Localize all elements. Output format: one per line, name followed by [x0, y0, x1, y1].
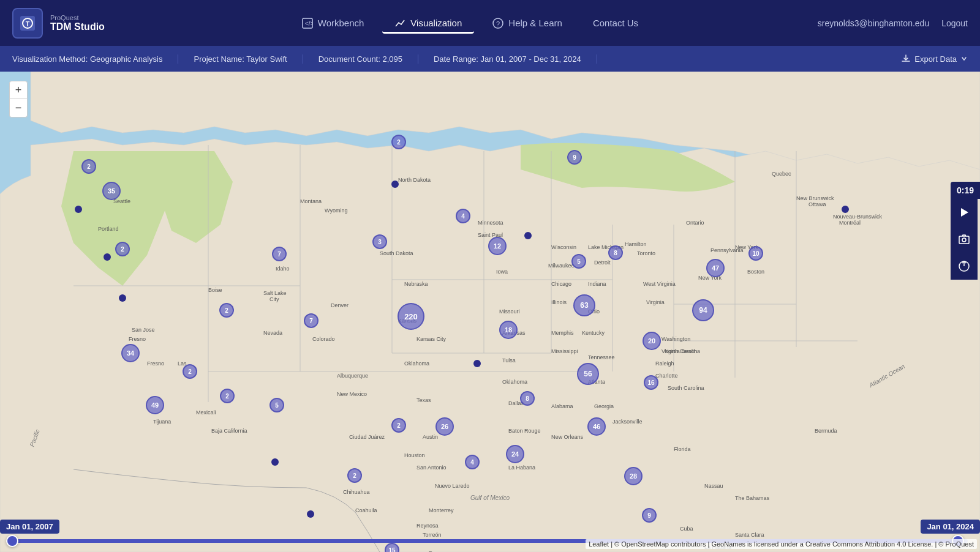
cluster-c7[interactable]: 2	[219, 303, 234, 318]
svg-text:Memphis: Memphis	[551, 330, 574, 336]
playback-controls: 0:19	[951, 182, 980, 280]
dot-d6[interactable]	[473, 360, 481, 367]
svg-text:Ciudad Juárez: Ciudad Juárez	[349, 434, 385, 440]
chart-icon	[394, 18, 405, 29]
date-range: Date Range: Jan 01, 2007 - Dec 31, 2024	[418, 54, 597, 64]
cluster-c34[interactable]: 28	[624, 467, 643, 485]
svg-text:Quebec: Quebec	[772, 171, 791, 177]
cluster-c25[interactable]: 5	[571, 254, 586, 269]
cluster-c3[interactable]: 2	[115, 242, 130, 256]
dot-d8[interactable]	[307, 510, 314, 518]
date-left-label: Jan 01, 2007	[0, 520, 59, 534]
svg-text:Washington: Washington	[662, 336, 690, 342]
screenshot-button[interactable]	[951, 226, 978, 253]
svg-text:City: City	[270, 296, 279, 302]
cluster-c29[interactable]: 8	[608, 245, 623, 260]
cluster-c13[interactable]: 3	[372, 234, 387, 249]
export-button[interactable]: Export Data	[901, 54, 968, 64]
cluster-c24[interactable]: 9	[567, 150, 582, 165]
cluster-c30[interactable]: 20	[643, 332, 661, 350]
svg-text:Illinois: Illinois	[551, 299, 567, 305]
cluster-c11[interactable]: 7	[304, 313, 318, 328]
cluster-c5[interactable]: 49	[146, 396, 164, 414]
cluster-c23[interactable]: 24	[506, 445, 524, 463]
cluster-c10[interactable]: 5	[270, 398, 284, 412]
svg-point-125	[962, 238, 966, 242]
zoom-out-button[interactable]: −	[9, 99, 28, 117]
svg-text:West Virginia: West Virginia	[643, 281, 676, 287]
svg-text:North Dakota: North Dakota	[398, 177, 431, 183]
svg-text:San Jose: San Jose	[132, 327, 155, 333]
map-container[interactable]: Gulf of Mexico Atlantic Ocean Pacific Po…	[0, 72, 980, 552]
dot-d5[interactable]	[524, 232, 532, 239]
user-email: sreynolds3@binghamton.edu	[818, 18, 929, 28]
svg-text:Detroit: Detroit	[594, 259, 611, 266]
cluster-c14[interactable]: 2	[391, 135, 406, 149]
cluster-c1[interactable]: 2	[81, 159, 96, 174]
svg-text:Hamilton: Hamilton	[625, 241, 647, 247]
cluster-c20[interactable]: 12	[488, 237, 507, 255]
attribution: Leaflet | © OpenStreetMap contributors |…	[586, 539, 977, 549]
cluster-c9[interactable]: 2	[220, 389, 235, 403]
dot-d9[interactable]	[842, 206, 849, 213]
svg-text:Seattle: Seattle	[113, 198, 130, 204]
svg-text:Virginia: Virginia	[646, 299, 665, 305]
svg-text:Ontario: Ontario	[686, 220, 704, 226]
share-button[interactable]	[951, 253, 978, 280]
svg-text:Coahuila: Coahuila	[355, 507, 377, 513]
dot-d1[interactable]	[75, 206, 82, 213]
cluster-c21[interactable]: 18	[499, 321, 518, 339]
chevron-down-icon	[960, 55, 968, 62]
svg-text:Austin: Austin	[423, 434, 438, 440]
cluster-c33[interactable]: 94	[692, 299, 714, 321]
svg-text:Albuquerque: Albuquerque	[337, 373, 368, 379]
map-background: Gulf of Mexico Atlantic Ocean Pacific Po…	[0, 72, 980, 552]
cluster-c2[interactable]: 35	[102, 182, 121, 200]
cluster-c4[interactable]: 34	[121, 344, 140, 362]
cluster-c35[interactable]: 9	[642, 508, 657, 523]
svg-text:Iowa: Iowa	[496, 269, 508, 275]
cluster-c16[interactable]: 2	[391, 418, 406, 433]
cluster-c31[interactable]: 16	[644, 375, 658, 390]
dot-d2[interactable]	[104, 253, 111, 261]
cluster-c12[interactable]: 2	[347, 468, 362, 483]
svg-text:New Mexico: New Mexico	[337, 391, 367, 397]
svg-text:New Orleans: New Orleans	[551, 434, 584, 440]
cluster-c26[interactable]: 63	[573, 294, 595, 316]
cluster-c6[interactable]: 2	[183, 364, 197, 379]
cluster-c17[interactable]: 26	[435, 417, 454, 436]
svg-text:Kentucky: Kentucky	[582, 330, 605, 336]
dot-d7[interactable]	[271, 458, 279, 466]
svg-text:South Dakota: South Dakota	[380, 250, 413, 256]
play-button[interactable]	[951, 199, 978, 226]
cluster-c28[interactable]: 46	[587, 417, 606, 436]
nav-contact[interactable]: Contact Us	[581, 13, 650, 33]
nav-visualization[interactable]: Visualization	[382, 13, 474, 34]
cluster-c36[interactable]: 10	[748, 246, 763, 261]
svg-text:Baton Rouge: Baton Rouge	[508, 428, 541, 434]
cluster-c27[interactable]: 56	[577, 363, 599, 385]
dot-d4[interactable]	[391, 181, 399, 188]
cluster-c18[interactable]: 4	[465, 455, 480, 469]
zoom-in-button[interactable]: +	[9, 81, 28, 99]
svg-text:T: T	[26, 20, 30, 28]
svg-text:Mexicali: Mexicali	[196, 409, 216, 416]
svg-text:Milwaukee: Milwaukee	[548, 263, 575, 269]
svg-text:Nebraska: Nebraska	[404, 281, 428, 287]
logout-button[interactable]: Logout	[941, 18, 968, 28]
cluster-c8[interactable]: 7	[272, 247, 287, 261]
slider-handle-left[interactable]	[6, 535, 18, 547]
svg-text:Oklahoma: Oklahoma	[404, 360, 429, 367]
cluster-c19[interactable]: 4	[456, 209, 470, 223]
nav-help[interactable]: ? Help & Learn	[480, 13, 575, 34]
svg-text:Portland: Portland	[98, 226, 119, 232]
svg-text:Salt Lake: Salt Lake	[263, 290, 287, 296]
cluster-c22[interactable]: 8	[520, 391, 535, 406]
cluster-c32[interactable]: 47	[706, 259, 725, 277]
logo-text-area: ProQuest TDM Studio	[50, 14, 105, 32]
dot-d3[interactable]	[119, 294, 126, 302]
svg-text:Alabama: Alabama	[551, 403, 573, 409]
svg-text:Florida: Florida	[674, 446, 691, 452]
cluster-c15[interactable]: 220	[398, 303, 424, 330]
nav-workbench[interactable]: </> Workbench	[290, 13, 377, 34]
